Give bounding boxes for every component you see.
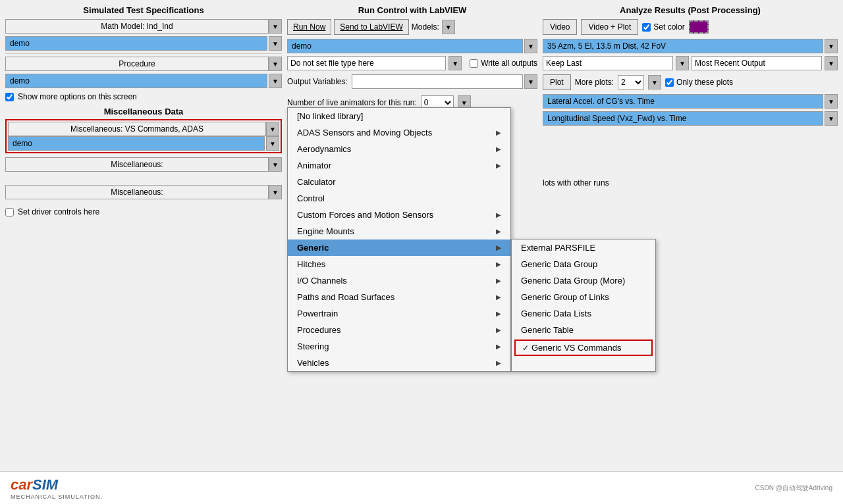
- misc-empty2-arrow[interactable]: ▼: [269, 185, 282, 199]
- misc-vs-row: Miscellaneous: VS Commands, ADAS ▼: [8, 122, 279, 136]
- menu-adas[interactable]: ADAS Sensors and Moving Objects ▶: [288, 124, 510, 141]
- longitudinal-speed-arrow[interactable]: ▼: [825, 111, 838, 126]
- submenu-generic-data-lists[interactable]: Generic Data Lists: [512, 305, 655, 322]
- menu-powertrain[interactable]: Powertrain ▶: [288, 305, 510, 322]
- plot-button[interactable]: Plot: [543, 74, 571, 90]
- more-plots-select[interactable]: 2: [618, 75, 644, 89]
- menu-calculator[interactable]: Calculator: [288, 174, 510, 190]
- left-panel: Simulated Test Specifications Math Model…: [5, 5, 282, 466]
- write-all-label: Write all outputs: [481, 59, 537, 68]
- misc-vs-commands-section: Miscellaneous: VS Commands, ADAS ▼ demo …: [5, 119, 282, 153]
- video-plot-button[interactable]: Video + Plot: [581, 19, 638, 35]
- more-plots-label: More plots:: [575, 78, 614, 87]
- models-label: Models:: [412, 22, 439, 32]
- submenu-generic-table[interactable]: Generic Table: [512, 322, 655, 338]
- set-driver-checkbox[interactable]: [5, 208, 14, 216]
- misc-empty1-label: Miscellaneous:: [5, 157, 269, 172]
- more-plots-row: Plot More plots: 2 ▼ Only these plots: [543, 74, 838, 90]
- do-not-arrow[interactable]: ▼: [449, 56, 462, 70]
- send-to-labview-button[interactable]: Send to LabVIEW: [334, 19, 408, 35]
- misc-vs-arrow[interactable]: ▼: [266, 122, 279, 136]
- video-button[interactable]: Video: [543, 19, 577, 35]
- output-variables-arrow[interactable]: ▼: [524, 74, 537, 89]
- demo-arrow-2[interactable]: ▼: [269, 74, 282, 88]
- left-panel-title: Simulated Test Specifications: [5, 5, 282, 15]
- menu-io-channels[interactable]: I/O Channels ▶: [288, 272, 510, 289]
- misc-demo-field[interactable]: demo: [8, 136, 265, 151]
- middle-panel: Run Control with LabVIEW Run Now Send to…: [287, 5, 537, 466]
- animators-label: Number of live animators for this run:: [287, 98, 417, 107]
- demo-row-1: demo ▼: [5, 36, 282, 51]
- output-variables-field[interactable]: [352, 74, 523, 89]
- misc-empty2-label: Miscellaneous:: [5, 185, 269, 199]
- most-recent-select[interactable]: Most Recent Output: [692, 56, 822, 70]
- misc-demo-row: demo ▼: [8, 136, 279, 151]
- demo-arrow-1[interactable]: ▼: [269, 36, 282, 51]
- set-color-label: Set color: [653, 22, 684, 32]
- procedure-row: Procedure ▼: [5, 57, 282, 71]
- menu-steering[interactable]: Steering ▶: [288, 338, 510, 355]
- menu-custom-forces[interactable]: Custom Forces and Motion Sensors ▶: [288, 207, 510, 223]
- procedure-arrow[interactable]: ▼: [269, 57, 282, 71]
- only-these-label: Only these plots: [676, 78, 733, 87]
- set-driver-row: Set driver controls here: [5, 207, 282, 216]
- only-these-label-row: Only these plots: [665, 78, 733, 87]
- write-all-checkbox[interactable]: [470, 59, 478, 68]
- menu-aerodynamics[interactable]: Aerodynamics ▶: [288, 141, 510, 157]
- color-swatch[interactable]: [689, 20, 709, 34]
- math-model-arrow[interactable]: ▼: [269, 19, 282, 34]
- most-recent-arrow[interactable]: ▼: [825, 56, 838, 70]
- middle-panel-title: Run Control with LabVIEW: [287, 5, 537, 15]
- menu-vehicles[interactable]: Vehicles ▶: [288, 355, 510, 371]
- more-plots-arrow[interactable]: ▼: [648, 75, 661, 89]
- models-arrow[interactable]: ▼: [442, 20, 455, 34]
- top-panels: Simulated Test Specifications Math Model…: [0, 0, 843, 471]
- do-not-row: Do not set file type here ▼ Write all ou…: [287, 56, 537, 70]
- menu-engine-mounts[interactable]: Engine Mounts ▶: [288, 223, 510, 239]
- misc-vs-label: Miscellaneous: VS Commands, ADAS: [8, 122, 266, 136]
- submenu-generic-data-group-more[interactable]: Generic Data Group (More): [512, 272, 655, 289]
- submenu-generic-data-group[interactable]: Generic Data Group: [512, 256, 655, 272]
- do-not-set-select[interactable]: Do not set file type here: [287, 56, 446, 70]
- misc-empty2-row: Miscellaneous: ▼: [5, 185, 282, 199]
- menu-hitches[interactable]: Hitches ▶: [288, 256, 510, 272]
- middle-demo-field[interactable]: demo: [287, 39, 523, 53]
- show-more-checkbox[interactable]: [5, 93, 14, 101]
- keep-last-row: Keep Last ▼ Most Recent Output ▼: [543, 56, 838, 70]
- math-model-row: Math Model: Ind_Ind ▼: [5, 19, 282, 34]
- lateral-accel-arrow[interactable]: ▼: [825, 94, 838, 109]
- menu-generic[interactable]: Generic ▶: [288, 239, 510, 256]
- menu-procedures[interactable]: Procedures ▶: [288, 322, 510, 338]
- menu-paths[interactable]: Paths and Road Surfaces ▶: [288, 289, 510, 305]
- submenu-external-parsfile-label: External PARSFILE: [521, 243, 595, 253]
- main-container: Simulated Test Specifications Math Model…: [0, 0, 843, 504]
- middle-demo-row: demo ▼: [287, 39, 537, 53]
- menu-control[interactable]: Control: [288, 190, 510, 207]
- lateral-accel-row: Lateral Accel. of CG's vs. Time ▼: [543, 94, 838, 109]
- procedure-label: Procedure: [5, 57, 269, 71]
- submenu-generic-group-links[interactable]: Generic Group of Links: [512, 289, 655, 305]
- set-color-checkbox[interactable]: [642, 23, 651, 32]
- camera-arrow[interactable]: ▼: [825, 39, 838, 53]
- submenu-external-parsfile[interactable]: External PARSFILE: [512, 239, 655, 256]
- menu-no-linked[interactable]: [No linked library]: [288, 108, 510, 124]
- lateral-accel-field[interactable]: Lateral Accel. of CG's vs. Time: [543, 94, 823, 109]
- run-now-button[interactable]: Run Now: [287, 19, 331, 35]
- show-more-label: Show more options on this screen: [18, 92, 137, 101]
- keep-last-select[interactable]: Keep Last: [543, 56, 673, 70]
- demo-field-1[interactable]: demo: [5, 36, 267, 51]
- mech-sim-label: MECHANICAL SIMULATION.: [11, 493, 103, 500]
- main-dropdown-menu: [No linked library] ADAS Sensors and Mov…: [287, 107, 511, 372]
- misc-data-title: Miscellaneous Data: [5, 107, 282, 116]
- misc-demo-arrow[interactable]: ▼: [266, 136, 279, 151]
- submenu-generic-vs-commands[interactable]: ✓ Generic VS Commands: [514, 340, 653, 356]
- keep-last-arrow[interactable]: ▼: [676, 56, 689, 70]
- camera-field[interactable]: 35 Azm, 5 El, 13.5 m Dist, 42 FoV: [543, 39, 823, 53]
- output-variables-row: Output Variables: ▼: [287, 74, 537, 89]
- middle-demo-arrow[interactable]: ▼: [524, 39, 537, 53]
- demo-field-2[interactable]: demo: [5, 74, 267, 88]
- only-these-checkbox[interactable]: [665, 78, 674, 87]
- carsim-brand: carSIM: [11, 476, 103, 493]
- misc-empty1-arrow[interactable]: ▼: [269, 157, 282, 172]
- menu-animator[interactable]: Animator ▶: [288, 157, 510, 174]
